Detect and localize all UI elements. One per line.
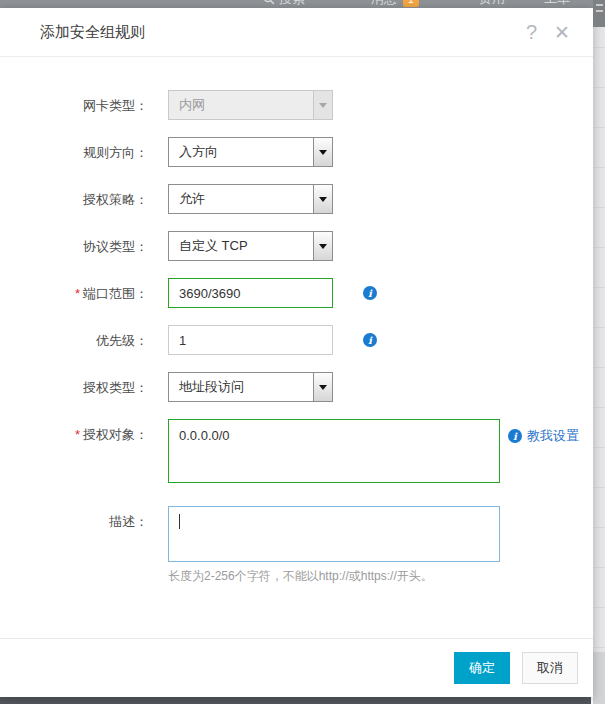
select-value: 地址段访问	[179, 378, 244, 396]
dialog-body: 网卡类型： 内网 规则方向： 入方向 授权策略： 允许	[0, 57, 593, 585]
background-page-strip-bottom	[593, 652, 605, 704]
close-icon[interactable]: ✕	[554, 23, 570, 42]
rule-direction-label: 规则方向：	[0, 137, 148, 160]
row-auth-policy: 授权策略： 允许	[0, 184, 593, 214]
info-icon[interactable]: i	[363, 286, 377, 300]
chevron-down-icon[interactable]	[313, 185, 332, 213]
background-footer-bar	[0, 697, 591, 704]
confirm-button[interactable]: 确定	[454, 652, 510, 684]
priority-input[interactable]	[168, 325, 333, 355]
topbar-billing[interactable]: 费用	[479, 0, 505, 6]
description-hint: 长度为2-256个字符，不能以http://或https://开头。	[168, 568, 593, 585]
row-description: 描述：	[0, 506, 593, 562]
dialog-header: 添加安全组规则 ? ✕	[0, 8, 593, 57]
row-auth-type: 授权类型： 地址段访问	[0, 372, 593, 402]
row-port-range: *端口范围： i	[0, 278, 593, 308]
priority-label: 优先级：	[0, 325, 148, 348]
select-value: 自定义 TCP	[179, 237, 248, 255]
dialog-title: 添加安全组规则	[40, 23, 526, 42]
auth-type-select[interactable]: 地址段访问	[168, 372, 333, 402]
chevron-down-icon[interactable]	[313, 232, 332, 260]
port-range-input[interactable]	[168, 278, 333, 308]
info-icon[interactable]: i	[508, 429, 522, 443]
topbar-messages-label: 消息	[371, 0, 397, 6]
select-value: 入方向	[179, 143, 218, 161]
protocol-type-select[interactable]: 自定义 TCP	[168, 231, 333, 261]
nic-type-select: 内网	[168, 90, 333, 120]
dialog-footer: 确定 取消	[0, 638, 593, 697]
topbar-messages[interactable]: 消息	[371, 0, 397, 6]
chevron-down-icon[interactable]	[313, 138, 332, 166]
required-mark: *	[75, 286, 80, 301]
row-nic-type: 网卡类型： 内网	[0, 90, 593, 120]
port-range-label: *端口范围：	[0, 278, 148, 301]
select-value: 内网	[179, 96, 205, 114]
teach-me-link[interactable]: 教我设置	[527, 427, 579, 445]
add-security-group-rule-dialog: 添加安全组规则 ? ✕ 网卡类型： 内网 规则方向： 入方向 授权	[0, 8, 593, 697]
nic-type-label: 网卡类型：	[0, 90, 148, 113]
chevron-down-icon	[313, 91, 332, 119]
search-icon	[263, 0, 275, 5]
required-mark: *	[75, 427, 80, 442]
description-label: 描述：	[0, 506, 148, 529]
message-count-badge: 1	[403, 0, 419, 7]
background-topnav-corner	[593, 0, 605, 27]
help-icon[interactable]: ?	[526, 22, 537, 42]
background-topnav: 搜索 消息 1 费用 工单	[0, 0, 605, 8]
auth-policy-label: 授权策略：	[0, 184, 148, 207]
select-value: 允许	[179, 190, 205, 208]
row-priority: 优先级： i	[0, 325, 593, 355]
rule-direction-select[interactable]: 入方向	[168, 137, 333, 167]
row-protocol-type: 协议类型： 自定义 TCP	[0, 231, 593, 261]
auth-object-textarea[interactable]	[168, 419, 500, 483]
topbar-workorder-label: 工单	[544, 0, 570, 6]
row-auth-object: *授权对象： i 教我设置	[0, 419, 593, 483]
info-icon[interactable]: i	[363, 333, 377, 347]
topbar-billing-label: 费用	[479, 0, 505, 6]
protocol-type-label: 协议类型：	[0, 231, 148, 254]
row-rule-direction: 规则方向： 入方向	[0, 137, 593, 167]
auth-type-label: 授权类型：	[0, 372, 148, 395]
auth-object-label: *授权对象：	[0, 419, 148, 442]
text-cursor	[179, 514, 180, 529]
auth-policy-select[interactable]: 允许	[168, 184, 333, 214]
chevron-down-icon[interactable]	[313, 373, 332, 401]
topbar-search-label: 搜索	[279, 0, 305, 6]
description-textarea[interactable]	[168, 506, 500, 562]
topbar-workorder[interactable]: 工单	[544, 0, 570, 6]
background-page-strip	[593, 8, 605, 704]
topbar-search[interactable]: 搜索	[263, 0, 305, 6]
cancel-button[interactable]: 取消	[522, 652, 578, 684]
